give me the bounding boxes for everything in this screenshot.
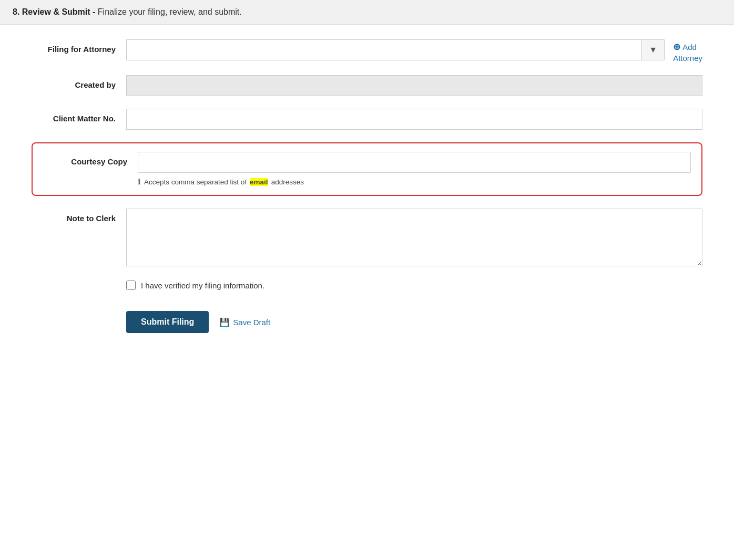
verify-checkbox[interactable] [126, 281, 136, 290]
hint-text-before: Accepts comma separated list of [144, 178, 247, 186]
note-to-clerk-textarea[interactable] [126, 209, 702, 266]
note-to-clerk-row: Note to Clerk [32, 209, 702, 268]
hint-icon: ℹ [138, 177, 141, 186]
attorney-sub-label[interactable]: Attorney [673, 54, 702, 63]
save-draft-label: Save Draft [233, 318, 270, 327]
attorney-input-group: ▼ [126, 39, 665, 60]
step-title: Review & Submit [22, 7, 90, 16]
page-wrapper: 8. Review & Submit - Finalize your filin… [0, 0, 734, 560]
courtesy-copy-section: Courtesy Copy ℹ Accepts comma separated … [32, 142, 702, 196]
client-matter-label: Client Matter No. [32, 109, 126, 124]
add-icon: ⊕ [673, 42, 680, 53]
add-attorney-link[interactable]: ⊕ Add [673, 42, 697, 53]
courtesy-copy-fields: ℹ Accepts comma separated list of email … [138, 152, 691, 186]
filing-attorney-row: Filing for Attorney ▼ ⊕ Add Attorney [32, 39, 702, 63]
email-highlight: email [250, 178, 268, 186]
created-by-input [126, 75, 702, 96]
created-by-row: Created by [32, 75, 702, 96]
step-dash: - [93, 7, 98, 16]
courtesy-copy-label: Courtesy Copy [43, 152, 138, 167]
add-label: Add [682, 43, 697, 51]
form-body: Filing for Attorney ▼ ⊕ Add Attorney Cre… [0, 25, 734, 354]
filter-button[interactable]: ▼ [641, 39, 665, 60]
client-matter-input[interactable] [126, 109, 702, 130]
step-description: Finalize your filing, review, and submit… [98, 7, 242, 16]
attorney-input[interactable] [126, 39, 641, 60]
filter-icon: ▼ [649, 45, 657, 55]
client-matter-field [126, 109, 702, 130]
note-to-clerk-label: Note to Clerk [32, 209, 126, 224]
submit-filing-button[interactable]: Submit Filing [126, 311, 209, 333]
client-matter-row: Client Matter No. [32, 109, 702, 130]
courtesy-copy-hint: ℹ Accepts comma separated list of email … [138, 177, 691, 186]
courtesy-copy-input[interactable] [138, 152, 691, 173]
hint-text-after: addresses [271, 178, 304, 186]
note-to-clerk-field [126, 209, 702, 268]
filing-attorney-label: Filing for Attorney [32, 39, 126, 55]
add-attorney-container: ⊕ Add Attorney [673, 39, 702, 63]
filing-attorney-field: ▼ [126, 39, 665, 60]
created-by-field [126, 75, 702, 96]
floppy-disk-icon: 💾 [219, 317, 230, 327]
section-header: 8. Review & Submit - Finalize your filin… [0, 0, 734, 25]
step-number: 8. [13, 7, 19, 16]
verify-row: I have verified my filing information. [126, 281, 702, 290]
created-by-label: Created by [32, 75, 126, 90]
save-draft-link[interactable]: 💾 Save Draft [219, 317, 270, 327]
verify-label[interactable]: I have verified my filing information. [141, 281, 264, 290]
action-buttons: Submit Filing 💾 Save Draft [126, 311, 702, 333]
